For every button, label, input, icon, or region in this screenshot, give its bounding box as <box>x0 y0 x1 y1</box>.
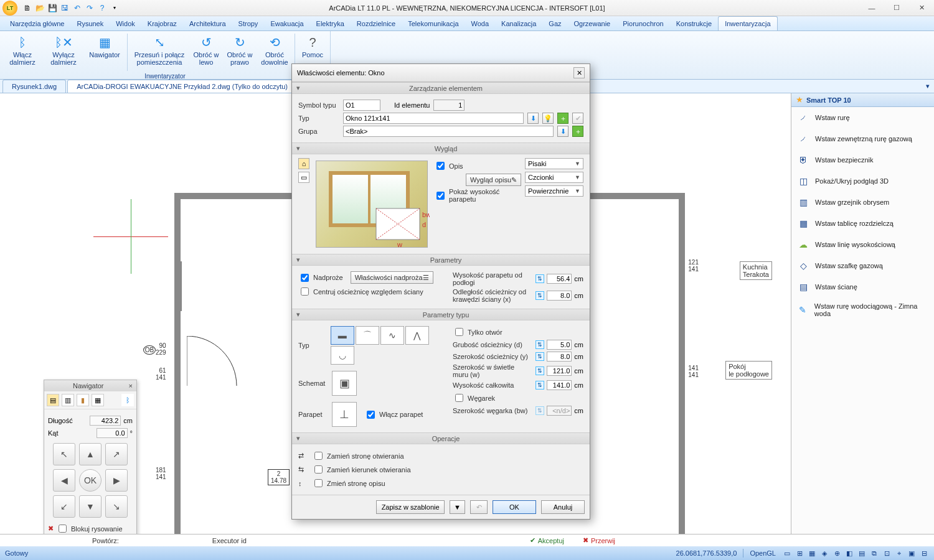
qat-new-icon[interactable]: 🗎 <box>22 3 32 13</box>
menu-widok[interactable]: Widok <box>110 16 141 30</box>
qat-undo-icon[interactable]: ↶ <box>72 3 82 13</box>
nav-ne[interactable]: ↗ <box>105 443 128 465</box>
qat-saveas-icon[interactable]: 🖫 <box>60 3 70 13</box>
font-combo[interactable]: Czcionki▼ <box>525 172 583 183</box>
nav-n[interactable]: ▲ <box>79 443 101 465</box>
ribbon-nawigator[interactable]: ▦Nawigator <box>86 32 123 72</box>
grub-input[interactable] <box>547 340 572 350</box>
ribbon-obroc-lewo[interactable]: ↺Obróć w lewo <box>191 32 221 72</box>
menu-ewakuacja[interactable]: Ewakuacja <box>264 16 309 30</box>
lock-icon[interactable]: ⇅ <box>535 366 544 375</box>
save-template-dropdown[interactable]: ▼ <box>450 500 465 514</box>
surface-combo[interactable]: Powierzchnie▼ <box>525 185 583 197</box>
nav-lock-draw-check[interactable] <box>59 525 67 533</box>
nav-se[interactable]: ↘ <box>105 495 128 518</box>
chevron-down-icon[interactable]: ▾ <box>293 144 303 152</box>
nav-angle-input[interactable] <box>97 428 128 438</box>
menu-inwentaryzacja[interactable]: Inwentaryzacja <box>718 16 777 30</box>
sb-icon-5[interactable]: ⊕ <box>832 548 842 558</box>
szerm-input[interactable] <box>547 366 572 376</box>
lock-icon[interactable]: ⇅ <box>535 274 544 283</box>
nav-nw[interactable]: ↖ <box>53 443 75 465</box>
menu-ogrzewanie[interactable]: Ogrzewanie <box>568 16 617 30</box>
op3-check[interactable] <box>314 479 323 487</box>
menu-woda[interactable]: Woda <box>465 16 496 30</box>
preview-2d-icon[interactable]: ▭ <box>298 172 309 183</box>
wlacz-parapet-check[interactable] <box>367 411 375 419</box>
wtype-5-icon[interactable]: ◡ <box>331 346 354 365</box>
ok-button[interactable]: OK <box>493 500 536 514</box>
ribbon-wlacz-dalmierz[interactable]: ᛒWłącz dalmierz <box>4 32 41 72</box>
chevron-down-icon[interactable]: ▾ <box>293 256 303 264</box>
wegarek-check[interactable] <box>455 394 463 402</box>
ribbon-obroc-dowolnie[interactable]: ⟲Obróć dowolnie <box>258 32 291 72</box>
nav-sw[interactable]: ↙ <box>53 495 75 518</box>
wtype-2-icon[interactable]: ⌒ <box>356 326 379 345</box>
sb-icon-8[interactable]: ⧉ <box>869 548 879 558</box>
doc-tab-2[interactable]: ArCADia-DROGI EWAKUACYJNE Przykład 2.dwg… <box>67 80 297 93</box>
chevron-down-icon[interactable]: ▾ <box>293 310 303 319</box>
lock-icon[interactable]: ⇅ <box>535 291 544 300</box>
qat-dropdown-icon[interactable]: ▾ <box>110 3 120 13</box>
nav-mode-4-icon[interactable]: ▦ <box>92 394 104 406</box>
side-item-6[interactable]: ☁Wstaw linię wysokościową <box>791 234 934 255</box>
group-save-icon[interactable]: ⬇ <box>557 126 568 137</box>
save-template-button[interactable]: Zapisz w szablonie <box>376 500 445 514</box>
menu-architektura[interactable]: Architektura <box>183 16 232 30</box>
sb-icon-3[interactable]: ▦ <box>807 548 817 558</box>
menu-rozdzielnice[interactable]: Rozdzielnice <box>351 16 402 30</box>
pokaz-check[interactable] <box>436 192 445 200</box>
sb-icon-7[interactable]: ▤ <box>857 548 867 558</box>
cancel-button[interactable]: Anuluj <box>541 500 585 514</box>
pen-combo[interactable]: Pisaki▼ <box>525 158 583 169</box>
minimize-button[interactable]: — <box>859 0 884 16</box>
centruj-check[interactable] <box>301 287 309 296</box>
chevron-down-icon[interactable]: ▾ <box>293 84 303 92</box>
group-add-icon[interactable]: ＋ <box>572 126 583 137</box>
menu-stropy[interactable]: Stropy <box>232 16 265 30</box>
opis-look-button[interactable]: Wygląd opisu ✎ <box>466 174 521 186</box>
menu-konstrukcje[interactable]: Konstrukcje <box>670 16 718 30</box>
navigator-close-icon[interactable]: × <box>129 382 133 390</box>
cmdbar-accept[interactable]: ✔Akceptuj <box>530 536 564 544</box>
nav-mode-2-icon[interactable]: ▥ <box>62 394 74 406</box>
type-save-icon[interactable]: ⬇ <box>527 113 539 124</box>
ribbon-obroc-prawo[interactable]: ↻Obróć w prawo <box>225 32 255 72</box>
lock-icon[interactable]: ⇅ <box>535 381 544 390</box>
menu-rysunek[interactable]: Rysunek <box>70 16 110 30</box>
nav-w[interactable]: ◀ <box>53 469 75 492</box>
close-button[interactable]: ✕ <box>909 0 934 16</box>
sb-icon-6[interactable]: ◧ <box>844 548 854 558</box>
nadproze-props-button[interactable]: Właściwości nadproża ☰ <box>351 271 433 284</box>
cmdbar-cancel[interactable]: ✖Przerwij <box>583 536 615 544</box>
tylko-otwor-check[interactable] <box>455 328 463 336</box>
qat-save-icon[interactable]: 💾 <box>47 3 57 13</box>
opis-check[interactable] <box>436 162 445 170</box>
op1-check[interactable] <box>314 452 323 460</box>
schemat-button[interactable]: ▣ <box>332 371 357 396</box>
wys-input[interactable] <box>547 380 572 390</box>
menu-narzedzia[interactable]: Narzędzia główne <box>4 16 70 30</box>
wtype-4-icon[interactable]: ⋀ <box>405 326 429 345</box>
sb-icon-4[interactable]: ◈ <box>819 548 829 558</box>
preview-3d-icon[interactable]: ⌂ <box>298 158 309 169</box>
nav-s[interactable]: ▼ <box>79 495 101 518</box>
qat-help-icon[interactable]: ? <box>97 3 107 13</box>
nav-mode-1-icon[interactable]: ▤ <box>47 394 59 406</box>
wtype-3-icon[interactable]: ∿ <box>380 326 404 345</box>
sb-icon-11[interactable]: ▣ <box>907 548 917 558</box>
sb-icon-12[interactable]: ⊟ <box>919 548 929 558</box>
op2-check[interactable] <box>314 465 323 474</box>
dialog-close-icon[interactable]: ✕ <box>573 67 585 78</box>
side-item-2[interactable]: ⛨Wstaw bezpiecznik <box>791 149 934 170</box>
doc-tab-1[interactable]: Rysunek1.dwg <box>2 80 66 93</box>
hpp-input[interactable] <box>547 274 572 284</box>
sb-icon-10[interactable]: ⌖ <box>894 548 904 558</box>
sb-icon-2[interactable]: ⊞ <box>795 548 804 558</box>
side-item-7[interactable]: ◇Wstaw szafkę gazową <box>791 255 934 276</box>
nadproze-check[interactable] <box>301 274 309 282</box>
type-bulb-icon[interactable]: 💡 <box>542 113 554 124</box>
menu-gaz[interactable]: Gaz <box>542 16 567 30</box>
ribbon-wylacz-dalmierz[interactable]: ᛒ✕Wyłącz dalmierz <box>45 32 82 72</box>
symbol-type-input[interactable] <box>343 100 380 111</box>
